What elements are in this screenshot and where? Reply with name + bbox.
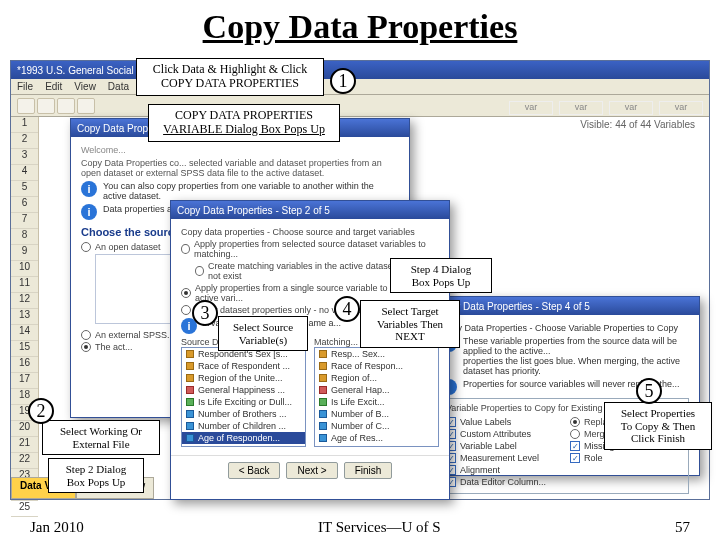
chk-custom-attr[interactable]: Custom Attributes [446,429,560,439]
spss-titlebar: *1993 U.S. General Social Sur... [11,61,709,79]
callout-3: Select SourceVariable(s) [218,316,308,351]
chk-role[interactable]: Role [570,453,684,463]
footer-page: 57 [675,519,690,536]
footer-center: IT Services—U of S [318,519,441,536]
callout-4a: Step 4 DialogBox Pops Up [390,258,492,293]
opt-apply-selected[interactable]: Apply properties from selected source da… [181,239,439,259]
intro1: Copy Data Properties co... selected vari… [81,158,399,178]
step-badge-1: 1 [330,68,356,94]
chk-var-label[interactable]: Variable Label [446,441,560,451]
back-button[interactable]: < Back [228,462,281,479]
slide-title: Copy Data Properties [0,8,720,46]
toolbar-button[interactable] [37,98,55,114]
wizard-step3: Copy Data Properties - Step 2 of 5 Copy … [170,200,450,500]
step5-desc2: properties the list goes blue. When merg… [463,356,689,376]
info-icon: i [81,181,97,197]
spss-menubar: File Edit View Data Transform Analyze Gr… [11,79,709,95]
menu-file[interactable]: File [17,81,33,92]
step-badge-4: 4 [334,296,360,322]
intro2: You can also copy properties from one va… [103,181,399,201]
callout-5: Select PropertiesTo Copy & ThenClick Fin… [604,402,712,450]
callout-4b: Select TargetVariables ThenNEXT [360,300,460,348]
info-icon: i [81,204,97,220]
toolbar-button[interactable] [17,98,35,114]
var-headers: var var var var [509,101,703,115]
step-badge-5: 5 [636,378,662,404]
menu-view[interactable]: View [74,81,96,92]
chk-value-labels[interactable]: Value Labels [446,417,560,427]
callout-1: Click Data & Highlight & Click COPY DATA… [136,58,324,96]
callout-2b: Step 2 DialogBox Pops Up [48,458,144,493]
step5-subhead: Copy Data Properties - Choose Variable P… [441,323,689,333]
chk-data-editor-col[interactable]: Data Editor Column... [446,477,560,487]
source-vars-list[interactable]: Respondent's Sex [s... Race of Responden… [181,347,306,447]
callout-2: Select Working OrExternal File [42,420,160,455]
next-button[interactable]: Next > [286,462,337,479]
menu-edit[interactable]: Edit [45,81,62,92]
step-badge-2: 2 [28,398,54,424]
footer-date: Jan 2010 [30,519,84,536]
menu-data[interactable]: Data [108,81,129,92]
step5-desc1: These variable properties from the sourc… [463,336,689,356]
step-badge-3: 3 [192,300,218,326]
welcome-text: Welcome... [81,145,399,155]
toolbar-button[interactable] [57,98,75,114]
toolbar-button[interactable] [77,98,95,114]
wizard-step5-title: Copy Data Properties - Step 4 of 5 [431,297,699,315]
chk-alignment[interactable]: Alignment [446,465,560,475]
target-vars-list[interactable]: Resp... Sex... Race of Respon... Region … [314,347,439,447]
callout-1b: COPY DATA PROPERTIES VARIABLE Dialog Box… [148,104,340,142]
step3-subhead: Copy data properties - Choose source and… [181,227,439,237]
chk-measurement[interactable]: Measurement Level [446,453,560,463]
finish-button[interactable]: Finish [344,462,393,479]
wizard-buttons: < Back Next > Finish [171,455,449,487]
slide-footer: Jan 2010 IT Services—U of S 57 [0,519,720,536]
wizard-step3-title: Copy Data Properties - Step 2 of 5 [171,201,449,219]
row-numbers: 123 456 789 101112 131415 161718 192021 … [11,117,39,477]
